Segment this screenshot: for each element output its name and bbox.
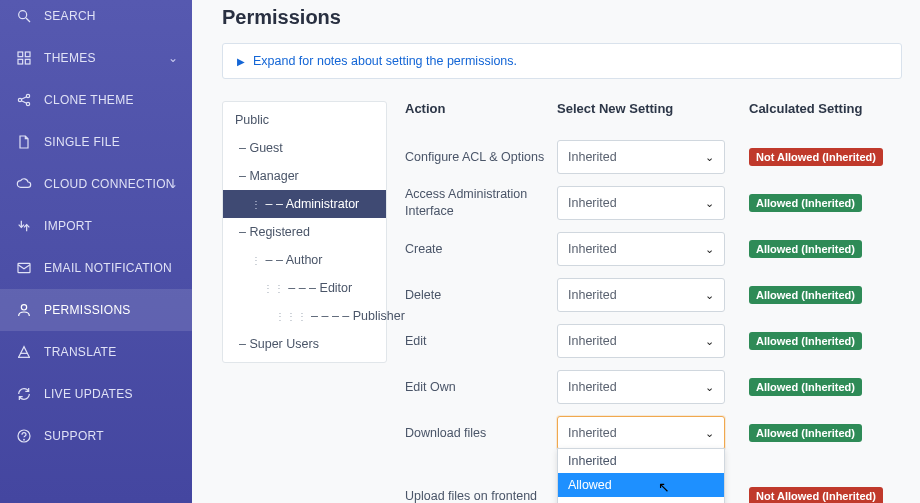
sidebar-item-label: SUPPORT [44,429,104,443]
perm-action-label: Upload files on frontend [405,488,557,503]
sidebar-item-permissions[interactable]: PERMISSIONS [0,289,192,331]
sidebar-item-single-file[interactable]: SINGLE FILE [0,121,192,163]
svg-rect-4 [18,59,23,64]
table-row: Edit Own Inherited⌄ Allowed (Inherited) [405,364,902,410]
permissions-icon [16,302,32,318]
perm-select[interactable]: Inherited⌄ [557,324,725,358]
svg-line-1 [26,18,30,22]
perm-action-label: Access Administration Interface [405,186,557,220]
email-icon [16,260,32,276]
status-badge: Allowed (Inherited) [749,194,862,212]
table-row: Access Administration Interface Inherite… [405,180,902,226]
sidebar-item-themes[interactable]: THEMES ⌄ [0,37,192,79]
dropdown-option-inherited[interactable]: Inherited [558,449,724,473]
svg-point-18 [24,439,25,440]
perm-select[interactable]: Inherited⌄ [557,140,725,174]
user-group-tree: Public – Guest – Manager ⋮ – – Administr… [222,101,387,363]
table-row: Create Inherited⌄ Allowed (Inherited) [405,226,902,272]
svg-point-0 [19,11,27,19]
tree-item-publisher[interactable]: ⋮ ⋮ ⋮ – – – – Publisher [223,302,386,330]
triangle-right-icon: ▶ [237,56,245,67]
tree-item-public[interactable]: Public [223,106,386,134]
sidebar-item-cloud-connection[interactable]: CLOUD CONNECTION ⌄ [0,163,192,205]
tree-item-registered[interactable]: – Registered [223,218,386,246]
sidebar-item-label: EMAIL NOTIFICATION [44,261,172,275]
tree-item-super-users[interactable]: – Super Users [223,330,386,358]
column-header-action: Action [405,101,557,116]
perm-select[interactable]: Inherited⌄ [557,370,725,404]
drag-grip-icon: ⋮ [251,199,260,210]
sidebar-item-live-updates[interactable]: LIVE UPDATES [0,373,192,415]
column-header-select: Select New Setting [557,101,725,116]
translate-icon [16,344,32,360]
svg-rect-3 [25,52,30,57]
svg-rect-5 [25,59,30,64]
drag-grip-icon: ⋮ [251,255,260,266]
sidebar-item-search[interactable]: SEARCH [0,0,192,37]
perm-action-label: Create [405,241,557,258]
chevron-down-icon: ⌄ [705,197,714,210]
sidebar-item-email-notification[interactable]: EMAIL NOTIFICATION [0,247,192,289]
table-row: Configure ACL & Options Inherited⌄ Not A… [405,134,902,180]
chevron-down-icon: ⌄ [705,335,714,348]
expand-notes-button[interactable]: ▶ Expand for notes about setting the per… [222,43,902,79]
status-badge: Allowed (Inherited) [749,332,862,350]
sidebar-item-clone-theme[interactable]: CLONE THEME [0,79,192,121]
main-content: Permissions ▶ Expand for notes about set… [192,0,920,503]
import-icon [16,218,32,234]
drag-grip-icon: ⋮ ⋮ ⋮ [275,311,306,322]
svg-line-9 [21,97,26,100]
sidebar-item-import[interactable]: IMPORT [0,205,192,247]
dropdown-option-denied[interactable]: Denied [558,497,724,503]
dropdown-option-allowed[interactable]: Allowed [558,473,724,497]
chevron-down-icon: ⌄ [705,243,714,256]
tree-item-administrator[interactable]: ⋮ – – Administrator [223,190,386,218]
select-dropdown: Inherited Allowed Denied ↖ [557,448,725,503]
chevron-down-icon: ⌄ [705,427,714,440]
tree-item-guest[interactable]: – Guest [223,134,386,162]
search-icon [16,8,32,24]
chevron-down-icon: ⌄ [705,381,714,394]
perm-action-label: Edit [405,333,557,350]
tree-item-author[interactable]: ⋮ – – Author [223,246,386,274]
sidebar-item-label: THEMES [44,51,96,65]
tree-item-editor[interactable]: ⋮ ⋮ – – – Editor [223,274,386,302]
table-row: Download files Inherited⌄ Allowed (Inher… [405,410,902,456]
table-row: Delete Inherited⌄ Allowed (Inherited) [405,272,902,318]
share-icon [16,92,32,108]
sidebar-item-label: CLONE THEME [44,93,134,107]
status-badge: Allowed (Inherited) [749,378,862,396]
column-header-calculated: Calculated Setting [725,101,902,116]
sidebar-item-label: PERMISSIONS [44,303,131,317]
status-badge: Allowed (Inherited) [749,240,862,258]
chevron-down-icon: ⌄ [705,289,714,302]
perm-select[interactable]: Inherited⌄ [557,416,725,450]
perm-action-label: Download files [405,425,557,442]
svg-rect-2 [18,52,23,57]
cloud-icon [16,176,32,192]
perm-select[interactable]: Inherited⌄ [557,186,725,220]
chevron-down-icon: ⌄ [168,177,178,191]
status-badge: Not Allowed (Inherited) [749,487,883,503]
sidebar-item-label: SEARCH [44,9,96,23]
tree-item-manager[interactable]: – Manager [223,162,386,190]
file-icon [16,134,32,150]
sidebar-item-label: LIVE UPDATES [44,387,133,401]
perm-select[interactable]: Inherited⌄ [557,278,725,312]
perm-action-label: Edit Own [405,379,557,396]
status-badge: Allowed (Inherited) [749,424,862,442]
svg-point-14 [21,305,26,310]
grid-icon [16,50,32,66]
sidebar-item-label: SINGLE FILE [44,135,120,149]
sidebar-item-translate[interactable]: TRANSLATE [0,331,192,373]
table-row: Edit Inherited⌄ Allowed (Inherited) [405,318,902,364]
drag-grip-icon: ⋮ ⋮ [263,283,283,294]
status-badge: Allowed (Inherited) [749,286,862,304]
chevron-down-icon: ⌄ [705,151,714,164]
support-icon [16,428,32,444]
status-badge: Not Allowed (Inherited) [749,148,883,166]
perm-select[interactable]: Inherited⌄ [557,232,725,266]
sidebar-item-label: CLOUD CONNECTION [44,177,175,191]
svg-line-10 [21,101,26,104]
sidebar-item-support[interactable]: SUPPORT [0,415,192,457]
